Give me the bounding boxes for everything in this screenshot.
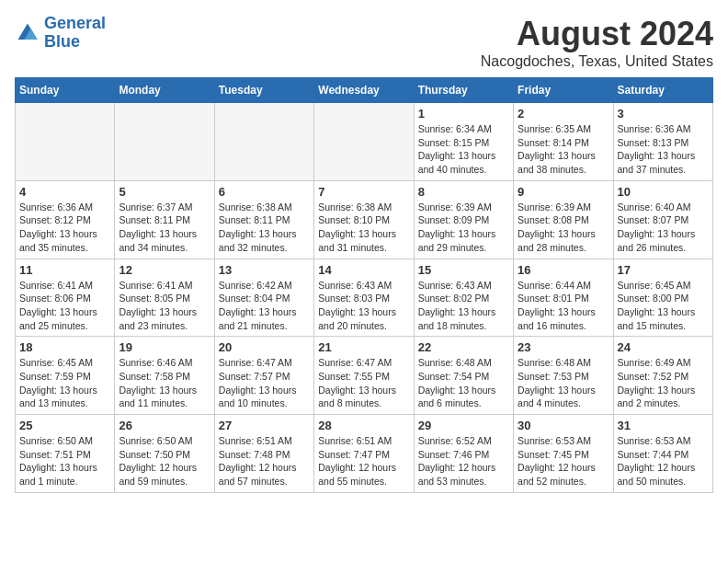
calendar-cell bbox=[214, 103, 313, 181]
page-header: General Blue August 2024 Nacogdoches, Te… bbox=[15, 15, 713, 70]
dow-header-tuesday: Tuesday bbox=[214, 78, 313, 103]
day-number: 20 bbox=[219, 340, 310, 354]
day-detail: Sunrise: 6:45 AM Sunset: 8:00 PM Dayligh… bbox=[618, 279, 709, 333]
day-detail: Sunrise: 6:46 AM Sunset: 7:58 PM Dayligh… bbox=[119, 356, 210, 410]
day-number: 12 bbox=[119, 263, 210, 277]
day-detail: Sunrise: 6:36 AM Sunset: 8:13 PM Dayligh… bbox=[618, 122, 709, 177]
calendar-cell: 12Sunrise: 6:41 AM Sunset: 8:05 PM Dayli… bbox=[115, 259, 214, 337]
logo-line1: General bbox=[44, 14, 106, 32]
calendar-cell: 30Sunrise: 6:53 AM Sunset: 7:45 PM Dayli… bbox=[514, 415, 613, 493]
calendar-cell: 13Sunrise: 6:42 AM Sunset: 8:04 PM Dayli… bbox=[214, 259, 313, 337]
day-detail: Sunrise: 6:48 AM Sunset: 7:54 PM Dayligh… bbox=[418, 356, 509, 410]
day-number: 2 bbox=[518, 107, 609, 121]
day-number: 22 bbox=[418, 340, 509, 354]
day-detail: Sunrise: 6:50 AM Sunset: 7:51 PM Dayligh… bbox=[19, 434, 110, 488]
day-number: 30 bbox=[518, 419, 609, 432]
calendar-cell: 11Sunrise: 6:41 AM Sunset: 8:06 PM Dayli… bbox=[16, 259, 115, 337]
day-detail: Sunrise: 6:49 AM Sunset: 7:52 PM Dayligh… bbox=[618, 356, 709, 410]
day-number: 24 bbox=[618, 340, 709, 354]
day-detail: Sunrise: 6:41 AM Sunset: 8:05 PM Dayligh… bbox=[119, 279, 210, 333]
day-number: 21 bbox=[318, 340, 409, 354]
calendar-cell: 17Sunrise: 6:45 AM Sunset: 8:00 PM Dayli… bbox=[613, 259, 712, 337]
day-number: 27 bbox=[219, 419, 310, 432]
calendar-cell bbox=[115, 103, 214, 181]
day-number: 4 bbox=[19, 185, 110, 199]
calendar-cell: 24Sunrise: 6:49 AM Sunset: 7:52 PM Dayli… bbox=[613, 337, 712, 415]
day-number: 19 bbox=[119, 340, 210, 354]
calendar-cell: 1Sunrise: 6:34 AM Sunset: 8:15 PM Daylig… bbox=[414, 103, 513, 181]
logo: General Blue bbox=[15, 15, 106, 52]
day-detail: Sunrise: 6:37 AM Sunset: 8:11 PM Dayligh… bbox=[119, 201, 210, 255]
calendar-week-4: 18Sunrise: 6:45 AM Sunset: 7:59 PM Dayli… bbox=[16, 337, 713, 415]
day-detail: Sunrise: 6:38 AM Sunset: 8:11 PM Dayligh… bbox=[219, 201, 310, 255]
calendar-cell: 20Sunrise: 6:47 AM Sunset: 7:57 PM Dayli… bbox=[214, 337, 313, 415]
calendar-cell: 18Sunrise: 6:45 AM Sunset: 7:59 PM Dayli… bbox=[16, 337, 115, 415]
day-detail: Sunrise: 6:38 AM Sunset: 8:10 PM Dayligh… bbox=[318, 201, 409, 255]
logo-icon bbox=[15, 20, 40, 46]
calendar-cell: 19Sunrise: 6:46 AM Sunset: 7:58 PM Dayli… bbox=[115, 337, 214, 415]
calendar-cell bbox=[16, 103, 115, 181]
calendar-cell: 28Sunrise: 6:51 AM Sunset: 7:47 PM Dayli… bbox=[314, 415, 414, 493]
dow-header-wednesday: Wednesday bbox=[314, 78, 414, 103]
dow-header-monday: Monday bbox=[115, 78, 214, 103]
day-number: 6 bbox=[219, 185, 310, 199]
day-detail: Sunrise: 6:44 AM Sunset: 8:01 PM Dayligh… bbox=[518, 279, 609, 333]
day-detail: Sunrise: 6:39 AM Sunset: 8:08 PM Dayligh… bbox=[518, 201, 609, 255]
day-number: 26 bbox=[119, 419, 210, 432]
calendar-week-3: 11Sunrise: 6:41 AM Sunset: 8:06 PM Dayli… bbox=[16, 259, 713, 337]
day-number: 16 bbox=[518, 263, 609, 277]
day-number: 1 bbox=[418, 107, 509, 121]
calendar-week-1: 1Sunrise: 6:34 AM Sunset: 8:15 PM Daylig… bbox=[16, 103, 713, 181]
calendar-cell: 8Sunrise: 6:39 AM Sunset: 8:09 PM Daylig… bbox=[414, 180, 513, 259]
day-number: 28 bbox=[318, 419, 409, 432]
day-detail: Sunrise: 6:51 AM Sunset: 7:48 PM Dayligh… bbox=[219, 434, 310, 488]
calendar-cell: 27Sunrise: 6:51 AM Sunset: 7:48 PM Dayli… bbox=[214, 415, 313, 493]
calendar-cell: 31Sunrise: 6:53 AM Sunset: 7:44 PM Dayli… bbox=[613, 415, 712, 493]
calendar-cell: 16Sunrise: 6:44 AM Sunset: 8:01 PM Dayli… bbox=[514, 259, 613, 337]
calendar-cell: 7Sunrise: 6:38 AM Sunset: 8:10 PM Daylig… bbox=[314, 180, 414, 259]
day-detail: Sunrise: 6:52 AM Sunset: 7:46 PM Dayligh… bbox=[418, 434, 509, 488]
title-block: August 2024 Nacogdoches, Texas, United S… bbox=[481, 15, 713, 70]
day-detail: Sunrise: 6:45 AM Sunset: 7:59 PM Dayligh… bbox=[19, 356, 110, 410]
dow-header-saturday: Saturday bbox=[613, 78, 712, 103]
calendar-cell: 25Sunrise: 6:50 AM Sunset: 7:51 PM Dayli… bbox=[16, 415, 115, 493]
day-detail: Sunrise: 6:53 AM Sunset: 7:44 PM Dayligh… bbox=[618, 434, 709, 488]
day-detail: Sunrise: 6:47 AM Sunset: 7:57 PM Dayligh… bbox=[219, 356, 310, 410]
calendar-cell bbox=[314, 103, 414, 181]
calendar-week-2: 4Sunrise: 6:36 AM Sunset: 8:12 PM Daylig… bbox=[16, 180, 713, 259]
day-number: 31 bbox=[618, 419, 709, 432]
day-number: 29 bbox=[418, 419, 509, 432]
day-detail: Sunrise: 6:36 AM Sunset: 8:12 PM Dayligh… bbox=[19, 201, 110, 255]
calendar-cell: 6Sunrise: 6:38 AM Sunset: 8:11 PM Daylig… bbox=[214, 180, 313, 259]
day-number: 11 bbox=[19, 263, 110, 277]
subtitle: Nacogdoches, Texas, United States bbox=[481, 53, 713, 70]
day-number: 8 bbox=[418, 185, 509, 199]
dow-header-thursday: Thursday bbox=[414, 78, 513, 103]
day-detail: Sunrise: 6:39 AM Sunset: 8:09 PM Dayligh… bbox=[418, 201, 509, 255]
calendar-table: SundayMondayTuesdayWednesdayThursdayFrid… bbox=[15, 77, 713, 493]
calendar-cell: 5Sunrise: 6:37 AM Sunset: 8:11 PM Daylig… bbox=[115, 180, 214, 259]
calendar-cell: 23Sunrise: 6:48 AM Sunset: 7:53 PM Dayli… bbox=[514, 337, 613, 415]
day-number: 3 bbox=[618, 107, 709, 121]
day-detail: Sunrise: 6:42 AM Sunset: 8:04 PM Dayligh… bbox=[219, 279, 310, 333]
day-detail: Sunrise: 6:35 AM Sunset: 8:14 PM Dayligh… bbox=[518, 122, 609, 177]
calendar-header: SundayMondayTuesdayWednesdayThursdayFrid… bbox=[16, 78, 713, 103]
day-detail: Sunrise: 6:41 AM Sunset: 8:06 PM Dayligh… bbox=[19, 279, 110, 333]
day-number: 9 bbox=[518, 185, 609, 199]
calendar-cell: 3Sunrise: 6:36 AM Sunset: 8:13 PM Daylig… bbox=[613, 103, 712, 181]
day-number: 13 bbox=[219, 263, 310, 277]
calendar-body: 1Sunrise: 6:34 AM Sunset: 8:15 PM Daylig… bbox=[16, 103, 713, 493]
calendar-cell: 26Sunrise: 6:50 AM Sunset: 7:50 PM Dayli… bbox=[115, 415, 214, 493]
day-number: 15 bbox=[418, 263, 509, 277]
calendar-cell: 10Sunrise: 6:40 AM Sunset: 8:07 PM Dayli… bbox=[613, 180, 712, 259]
main-title: August 2024 bbox=[481, 15, 713, 53]
day-detail: Sunrise: 6:51 AM Sunset: 7:47 PM Dayligh… bbox=[318, 434, 409, 488]
calendar-cell: 22Sunrise: 6:48 AM Sunset: 7:54 PM Dayli… bbox=[414, 337, 513, 415]
day-number: 10 bbox=[618, 185, 709, 199]
day-number: 17 bbox=[618, 263, 709, 277]
logo-text: General Blue bbox=[44, 15, 106, 52]
calendar-week-5: 25Sunrise: 6:50 AM Sunset: 7:51 PM Dayli… bbox=[16, 415, 713, 493]
calendar-cell: 9Sunrise: 6:39 AM Sunset: 8:08 PM Daylig… bbox=[514, 180, 613, 259]
calendar-cell: 4Sunrise: 6:36 AM Sunset: 8:12 PM Daylig… bbox=[16, 180, 115, 259]
logo-line2: Blue bbox=[44, 32, 80, 51]
